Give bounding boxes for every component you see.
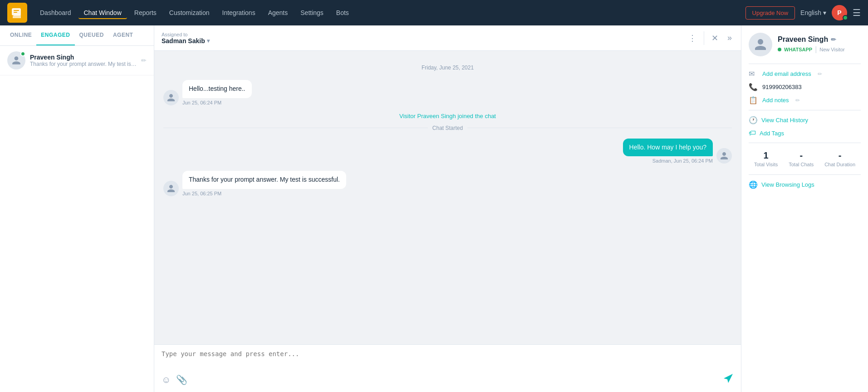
tag-icon: 🏷	[749, 129, 756, 137]
list-item[interactable]: Praveen Singh Thanks for your prompt ans…	[0, 46, 154, 75]
language-selector[interactable]: English ▾	[800, 9, 826, 16]
add-tags-link[interactable]: 🏷 Add Tags	[749, 129, 861, 137]
date-divider: Friday, June 25, 2021	[163, 65, 732, 71]
user-badges: WHATSAPP | New Visitor	[778, 45, 845, 54]
chat-item-name: Praveen Singh	[30, 54, 137, 61]
assigned-label: Assigned to	[162, 32, 210, 37]
hamburger-menu-icon[interactable]: ☰	[853, 7, 861, 18]
svg-rect-1	[14, 10, 19, 11]
nav-dashboard[interactable]: Dashboard	[34, 6, 77, 19]
notes-icon: 📋	[749, 96, 758, 104]
chat-input-area: ☺ 📎	[154, 344, 741, 392]
right-panel: Praveen Singh ✏ WHATSAPP | New Visitor ✉…	[741, 25, 868, 392]
total-visits-value: 1	[754, 150, 778, 161]
user-name: Praveen Singh ✏	[778, 35, 845, 44]
stats-row: 1 Total Visits - Total Chats - Chat Dura…	[749, 150, 861, 167]
tab-engaged[interactable]: ENGAGED	[36, 25, 74, 45]
stat-total-visits: 1 Total Visits	[754, 150, 778, 167]
visitor-avatar	[163, 90, 179, 105]
visitor-message-content: Hello...testing here.. Jun 25, 06:24 PM	[182, 80, 252, 105]
user-avatar	[749, 33, 772, 56]
message-input[interactable]	[162, 350, 734, 368]
add-email-link[interactable]: Add email address	[762, 70, 811, 77]
agent-message-content: Hello. How may I help you? Sadman, Jun 2…	[623, 139, 713, 164]
svg-rect-2	[14, 12, 17, 13]
chat-started-label: Chat Started	[432, 125, 463, 131]
close-chat-button[interactable]: ✕	[710, 31, 720, 45]
chat-item-preview: Thanks for your prompt answer. My test i…	[30, 61, 137, 67]
language-label: English	[800, 9, 821, 16]
chat-messages: Friday, June 25, 2021 Hello...testing he…	[154, 51, 741, 344]
tab-online[interactable]: ONLINE	[5, 25, 36, 45]
main-layout: ONLINE ENGAGED QUEUED AGENT Praveen Sing…	[0, 25, 868, 392]
notes-edit-icon[interactable]: ✏	[795, 97, 800, 104]
nav-settings[interactable]: Settings	[295, 6, 329, 19]
chat-header-actions: ⋮ ✕ »	[687, 31, 734, 45]
logo	[7, 3, 27, 23]
chat-duration-label: Chat Duration	[824, 162, 855, 167]
notes-row: 📋 Add notes ✏	[749, 96, 861, 104]
nav-right: Upgrade Now English ▾ P ☰	[745, 5, 861, 20]
divider-4	[749, 174, 861, 175]
edit-name-icon[interactable]: ✏	[831, 36, 836, 43]
avatar[interactable]: P	[832, 5, 847, 20]
phone-value: 919990206383	[762, 84, 802, 90]
history-icon: 🕐	[749, 116, 758, 124]
send-button[interactable]	[723, 373, 734, 387]
add-notes-link[interactable]: Add notes	[762, 97, 789, 104]
expand-button[interactable]: »	[726, 31, 734, 45]
chat-item-content: Praveen Singh Thanks for your prompt ans…	[30, 54, 137, 67]
platform-badge: WHATSAPP	[784, 47, 812, 52]
divider-line-right	[467, 128, 732, 128]
assigned-to-section: Assigned to Sadman Sakib ▾	[162, 32, 210, 45]
message-row-1: Hello...testing here.. Jun 25, 06:24 PM	[163, 80, 732, 105]
message-row-2: Hello. How may I help you? Sadman, Jun 2…	[163, 139, 732, 164]
total-chats-label: Total Chats	[789, 162, 814, 167]
email-edit-icon[interactable]: ✏	[818, 71, 822, 77]
agent-avatar	[716, 148, 732, 164]
phone-row: 📞 919990206383	[749, 83, 861, 91]
globe-icon: 🌐	[749, 180, 758, 189]
more-options-button[interactable]: ⋮	[687, 31, 698, 45]
nav-agents[interactable]: Agents	[263, 6, 294, 19]
emoji-icon[interactable]: ☺	[162, 375, 171, 385]
nav-customization[interactable]: Customization	[164, 6, 215, 19]
left-sidebar: ONLINE ENGAGED QUEUED AGENT Praveen Sing…	[0, 25, 154, 392]
attachment-icon[interactable]: 📎	[176, 374, 187, 385]
upgrade-button[interactable]: Upgrade Now	[745, 6, 795, 20]
avatar-initial: P	[837, 9, 841, 16]
nav-links: Dashboard Chat Window Reports Customizat…	[34, 6, 742, 19]
divider	[704, 31, 704, 45]
online-indicator	[843, 15, 848, 20]
nav-reports[interactable]: Reports	[129, 6, 162, 19]
agent-message-time: Sadman, Jun 25, 06:24 PM	[623, 158, 713, 164]
agent-bubble: Hello. How may I help you?	[623, 139, 713, 157]
total-visits-label: Total Visits	[754, 162, 778, 167]
chat-item-avatar	[7, 51, 25, 69]
user-header: Praveen Singh ✏ WHATSAPP | New Visitor	[749, 33, 861, 56]
view-history-link[interactable]: 🕐 View Chat History	[749, 116, 861, 124]
top-navigation: Dashboard Chat Window Reports Customizat…	[0, 0, 868, 25]
nav-bots[interactable]: Bots	[331, 6, 354, 19]
visitor-message-time-2: Jun 25, 06:25 PM	[182, 191, 346, 196]
email-icon: ✉	[749, 69, 758, 78]
agent-dropdown-icon[interactable]: ▾	[207, 38, 210, 44]
tab-queued[interactable]: QUEUED	[75, 25, 108, 45]
tab-agent[interactable]: AGENT	[108, 25, 138, 45]
stat-chat-duration: - Chat Duration	[824, 150, 855, 167]
visitor-type-badge: New Visitor	[819, 47, 844, 52]
nav-chat-window[interactable]: Chat Window	[78, 6, 127, 19]
input-toolbar: ☺ 📎	[162, 373, 734, 387]
visitor-bubble: Hello...testing here..	[182, 80, 252, 98]
nav-integrations[interactable]: Integrations	[217, 6, 261, 19]
chat-started-divider: Chat Started	[163, 125, 732, 131]
online-status-dot	[20, 51, 25, 56]
divider-line-left	[163, 128, 428, 128]
divider-3	[749, 143, 861, 143]
view-browsing-logs-link[interactable]: 🌐 View Browsing Logs	[749, 180, 861, 189]
visitor-message-time: Jun 25, 06:24 PM	[182, 100, 252, 105]
chat-duration-value: -	[824, 150, 855, 161]
email-row: ✉ Add email address ✏	[749, 69, 861, 78]
total-chats-value: -	[789, 150, 814, 161]
visitor-joined-notice: Visitor Praveen Singh joined the chat	[163, 113, 732, 119]
